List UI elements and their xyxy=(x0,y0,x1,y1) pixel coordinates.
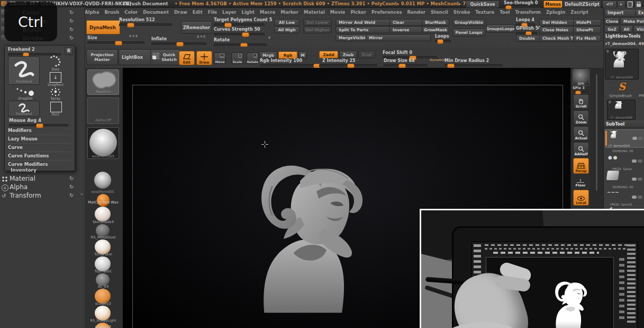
merge-visible-button[interactable]: MergeVisible xyxy=(335,34,367,41)
current-texture-thumb[interactable]: weathered05 xyxy=(87,127,119,159)
menu-stencil[interactable]: Stencil xyxy=(431,10,448,15)
zsub-button[interactable]: Zsub xyxy=(339,51,357,58)
stroke-freehand-large[interactable]: Freehand xyxy=(8,56,40,85)
all-low-button[interactable]: All Low xyxy=(274,19,300,26)
menu-transform[interactable]: Transform xyxy=(515,10,541,15)
quicksave-button[interactable]: QuickSave xyxy=(466,1,500,8)
zremesher-button[interactable]: ZRemesher xyxy=(181,21,212,34)
menu-document[interactable]: Document xyxy=(143,10,169,15)
showpt-button[interactable]: ShowPt xyxy=(573,26,601,33)
mirror-and-weld-button[interactable]: Mirror And Weld xyxy=(335,19,391,26)
del-higher-button[interactable]: Del Higher xyxy=(303,26,332,33)
inverse-button[interactable]: Inverse xyxy=(389,26,423,33)
spix-slider[interactable]: SPix 3 xyxy=(573,86,588,94)
menu-alpha[interactable]: Alpha xyxy=(85,10,99,15)
groupsloops-button[interactable]: GroupsLoops xyxy=(486,24,515,33)
subtool-row-selected[interactable]: r7_demon004 xyxy=(605,129,644,148)
active-tool-thumb[interactable]: 8 r7_demon004 xyxy=(605,49,639,79)
refresh-icon[interactable]: ↻ xyxy=(69,18,74,24)
sidebar-item-material[interactable]: Material xyxy=(10,175,35,182)
menu-brush[interactable]: Brush xyxy=(104,10,119,15)
subtool-visibility-toggle[interactable] xyxy=(631,155,642,165)
menu-render[interactable]: Render xyxy=(407,10,425,15)
edit-button[interactable]: Edit xyxy=(179,51,195,65)
stroke-spray[interactable] xyxy=(50,87,61,96)
stroke-menu-modifiers[interactable]: Modifiers xyxy=(8,128,70,135)
local-button[interactable]: Local xyxy=(573,190,589,206)
target-polygons-slider[interactable]: Target Polygons Count 5 xyxy=(214,17,265,26)
rgb-intensity-slider[interactable]: Rgb Intensity 100 xyxy=(260,58,321,67)
menu-movie[interactable]: Movie xyxy=(330,10,346,15)
refresh-icon[interactable]: ↻ xyxy=(69,26,74,32)
stroke-menu-curve-functions[interactable]: Curve Functions xyxy=(8,153,70,161)
menu-file[interactable]: File xyxy=(208,10,217,15)
mouse-avg-slider[interactable]: Mouse Avg 4 xyxy=(9,118,68,127)
stroke-menu-curve[interactable]: Curve xyxy=(8,145,70,152)
menu-zplugin[interactable]: Zplugin xyxy=(546,10,565,15)
right-scrollbar[interactable] xyxy=(596,74,597,191)
refresh-icon[interactable]: ↻ xyxy=(69,35,74,41)
menu-light[interactable]: Light xyxy=(242,10,255,15)
history-forward-button[interactable]: ▸ xyxy=(617,1,625,8)
stroke-menu-lazy-mouse[interactable]: Lazy Mouse xyxy=(8,136,70,144)
secondary-tool-thumb[interactable]: 8 r7_demon004 xyxy=(607,100,636,120)
import-button[interactable]: Import xyxy=(604,9,637,17)
dynamesh-button[interactable]: DynaMesh xyxy=(86,20,120,34)
zadd-button[interactable]: Zadd xyxy=(319,51,338,58)
split-to-parts-button[interactable]: Split To Parts xyxy=(335,26,391,33)
persp-button[interactable]: Persp xyxy=(573,158,589,174)
draw-size-slider[interactable]: Draw Size 64 xyxy=(384,58,427,67)
stroke-dots[interactable] xyxy=(49,55,62,67)
stroke-dragdot[interactable] xyxy=(15,87,37,96)
size-axis-label[interactable]: X Y Z xyxy=(129,34,138,38)
refresh-icon[interactable]: ↻ xyxy=(69,175,74,181)
refresh-icon[interactable]: ↻ xyxy=(69,192,74,198)
clone-button[interactable]: Clone xyxy=(604,17,620,25)
current-brush-thumb[interactable]: MaskPen xyxy=(87,69,119,95)
stroke-freehand-small[interactable]: Freehand xyxy=(8,101,40,117)
gpolish-slider[interactable]: GPolish 50 xyxy=(516,26,537,35)
draw-button[interactable]: Draw xyxy=(196,51,212,65)
curves-strength-slider[interactable]: Curves Strength 50 xyxy=(214,27,265,36)
clear-button[interactable]: Clear xyxy=(389,19,423,26)
zoom-button[interactable]: Zoom xyxy=(573,110,589,125)
groupvisible-button[interactable]: GroupVisible xyxy=(452,19,485,26)
sidebar-item-alpha[interactable]: Alpha xyxy=(10,183,28,191)
quick-sketch-button[interactable]: Quick Sketch xyxy=(150,49,180,65)
all-high-button[interactable]: All High xyxy=(274,26,300,33)
mrgb-button[interactable]: Mrgb xyxy=(259,51,277,59)
del-hidden-button[interactable]: Del Hidden xyxy=(539,19,575,26)
export-button[interactable]: Export xyxy=(635,9,644,17)
stroke-rect[interactable] xyxy=(50,102,62,112)
subtool-visibility-toggle[interactable] xyxy=(631,191,642,200)
menu-macro[interactable]: Macro xyxy=(260,10,275,15)
actual-button[interactable]: Actual xyxy=(573,126,589,141)
rgb-button[interactable]: Rgb xyxy=(278,51,297,59)
min-draw-radius-slider[interactable]: Min Draw Radius 2 xyxy=(445,58,503,67)
stroke-menu-curve-modifiers[interactable]: Curve Modifiers xyxy=(8,162,70,167)
lightbox-tools-label[interactable]: Lightbox▸Tools xyxy=(605,34,640,39)
panel-loops-button[interactable]: Panel Loops xyxy=(452,29,485,37)
subtool-row[interactable]: ~~~ SIGMUND_00 xyxy=(605,184,643,200)
inflate-axis-label[interactable]: X Y Z xyxy=(197,35,205,38)
subtool-row[interactable]: ●● SIGMUND_00 xyxy=(605,148,643,165)
menu-material[interactable]: Material xyxy=(304,10,325,15)
goz-button[interactable]: GoZ xyxy=(604,25,620,33)
rotate-button[interactable]: R Rotate xyxy=(247,52,259,64)
move-button[interactable]: M Move xyxy=(214,52,226,64)
menu-tool[interactable]: Tool xyxy=(500,10,510,15)
see-through-slider[interactable]: See-through 0 xyxy=(504,1,541,8)
zcut-button[interactable]: Zcut xyxy=(358,51,375,58)
m-button[interactable]: M xyxy=(298,51,307,59)
mirror-button[interactable]: Mirror xyxy=(366,34,431,41)
growmask-button[interactable]: GrowMask xyxy=(422,26,449,33)
stroke-dragrect[interactable]: ↓ xyxy=(50,72,61,83)
sculpture-demon-bust[interactable] xyxy=(234,113,366,314)
loops4-slider[interactable]: Loops 4 xyxy=(516,17,535,26)
blurmask-button[interactable]: BlurMask xyxy=(422,19,449,26)
del-lower-button[interactable]: Del Lower xyxy=(303,19,332,26)
fix-mesh-button[interactable]: Fix Mesh xyxy=(573,35,601,42)
stroke-r-button[interactable]: R xyxy=(65,47,73,55)
scroll-button[interactable]: Scroll xyxy=(573,94,589,109)
sidebar-item-transform[interactable]: Transform xyxy=(10,192,41,199)
